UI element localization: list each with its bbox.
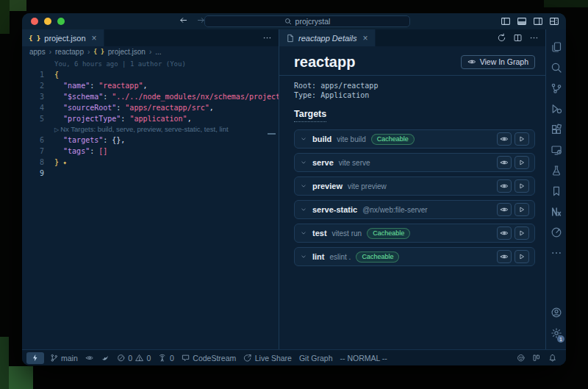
activity-remote[interactable] [546, 140, 566, 160]
close-tab-icon[interactable]: × [92, 34, 97, 43]
account-icon [551, 307, 562, 318]
minimize-window-button[interactable] [44, 18, 51, 25]
activity-gear[interactable]: 1 [546, 323, 566, 343]
target-row-serve-static[interactable]: serve-static@nx/web:file-server [294, 200, 535, 219]
chevron-down-icon[interactable] [300, 135, 307, 143]
status-vim-mode[interactable]: -- NORMAL -- [336, 350, 390, 365]
activity-debug[interactable] [546, 99, 566, 119]
activity-bookmark[interactable] [546, 181, 566, 201]
status-toggle-blame[interactable] [82, 350, 98, 365]
status-feedback[interactable] [513, 354, 529, 363]
activity-beaker[interactable] [546, 160, 566, 181]
layout-icon[interactable] [549, 16, 559, 26]
chevron-down-icon[interactable] [300, 159, 307, 166]
scrollbar-decoration[interactable] [268, 133, 276, 135]
panel-left-icon[interactable] [501, 16, 511, 26]
run-target-button[interactable] [514, 156, 529, 169]
status-layout-columns[interactable] [528, 354, 545, 363]
tab-reactapp-details[interactable]: reactapp Details × [279, 29, 376, 46]
run-target-button[interactable] [514, 250, 529, 263]
run-target-button[interactable] [514, 203, 529, 216]
codelens-nx-targets[interactable]: ▷Nx Targets: build, serve, preview, serv… [22, 124, 279, 135]
view-target-button[interactable] [497, 250, 512, 263]
status-codestream[interactable]: CodeStream [178, 350, 240, 365]
activity-extensions[interactable] [546, 119, 566, 140]
activity-account[interactable] [546, 302, 566, 323]
split-icon[interactable] [513, 33, 523, 43]
bell-icon [548, 354, 557, 363]
tabbar-left: { } project.json × [22, 29, 279, 46]
activity-source-control[interactable] [546, 78, 566, 99]
code-editor[interactable]: You, 6 hours ago | 1 author (You) 1{2 "n… [22, 57, 279, 349]
close-window-button[interactable] [31, 18, 38, 25]
status-notifications[interactable] [545, 354, 561, 363]
status-remote-indicator[interactable] [26, 352, 44, 364]
target-name: test [312, 229, 327, 238]
status-label: Live Share [255, 354, 292, 363]
breadcrumb-item[interactable]: reactapp [55, 48, 84, 56]
command-center-search[interactable]: projcrystal [204, 15, 410, 27]
status-live-share[interactable]: Live Share [240, 350, 295, 365]
navigate-back-button[interactable] [179, 15, 188, 28]
panel-right-icon[interactable] [533, 16, 543, 26]
close-tab-icon[interactable]: × [363, 34, 368, 43]
target-row-lint[interactable]: linteslint .Cacheable [294, 247, 535, 266]
code-text [44, 168, 54, 179]
code-line: 6 "targets": {}, [22, 135, 279, 146]
target-row-test[interactable]: testvitest runCacheable [294, 224, 535, 243]
view-target-button[interactable] [497, 203, 512, 216]
refresh-icon[interactable] [497, 33, 506, 43]
activity-ellipsis[interactable] [546, 243, 566, 263]
chevron-down-icon[interactable] [300, 253, 307, 260]
status-ports[interactable]: 0 [154, 350, 177, 365]
code-line: 9 [22, 168, 279, 179]
play-icon: ▷ [54, 126, 59, 133]
breadcrumb: apps›reactapp›{ }project.json›... [22, 46, 279, 57]
activity-files[interactable] [546, 37, 566, 57]
status-problems[interactable]: 00 [113, 350, 155, 365]
target-row-preview[interactable]: previewvite preview [294, 176, 535, 196]
target-name: preview [312, 182, 343, 190]
view-target-button[interactable] [497, 179, 512, 193]
tab-project-json[interactable]: { } project.json × [22, 29, 104, 46]
activity-gitlens[interactable] [546, 222, 566, 243]
search-icon [284, 18, 292, 25]
activity-search[interactable] [546, 57, 566, 78]
run-target-button[interactable] [514, 132, 529, 146]
chevron-down-icon[interactable] [300, 229, 307, 237]
panel-bottom-icon[interactable] [517, 16, 527, 26]
status-git-branch[interactable]: main [46, 350, 82, 365]
debug-icon [551, 103, 562, 115]
project-root: Root: apps/reactapp [294, 81, 535, 90]
ellipsis-icon[interactable] [529, 33, 539, 43]
view-target-button[interactable] [497, 132, 512, 146]
ellipsis-icon [551, 247, 562, 259]
run-target-button[interactable] [514, 226, 529, 240]
zoom-window-button[interactable] [57, 18, 65, 25]
line-number: 8 [22, 157, 44, 168]
target-row-build[interactable]: buildvite buildCacheable [294, 129, 535, 149]
breadcrumb-item[interactable]: apps [29, 48, 46, 56]
code-line: 8} ✦ [22, 157, 279, 168]
status-bird-extension[interactable] [97, 350, 113, 365]
status-git-graph[interactable]: Git Graph [295, 350, 337, 365]
view-in-graph-button[interactable]: View In Graph [461, 55, 535, 69]
ellipsis-icon[interactable] [262, 33, 272, 43]
chevron-down-icon[interactable] [300, 182, 307, 190]
blame-annotation[interactable]: You, 6 hours ago | 1 author (You) [22, 60, 279, 69]
view-target-button[interactable] [497, 156, 512, 169]
run-target-button[interactable] [514, 179, 529, 193]
liveshare-icon [243, 354, 252, 363]
code-text: "$schema": "../../node_modules/nx/schema… [44, 91, 279, 102]
breadcrumb-item[interactable]: project.json [108, 48, 146, 56]
target-command: vitest run [332, 229, 362, 238]
line-number: 5 [22, 113, 44, 124]
chevron-down-icon[interactable] [300, 206, 307, 213]
breadcrumb-item[interactable]: ... [155, 48, 161, 56]
activity-nx[interactable] [546, 201, 566, 222]
target-command: vite serve [339, 159, 370, 167]
view-target-button[interactable] [497, 226, 512, 240]
target-command: vite build [337, 135, 365, 143]
target-row-serve[interactable]: servevite serve [294, 153, 535, 172]
target-name: serve-static [312, 205, 357, 214]
